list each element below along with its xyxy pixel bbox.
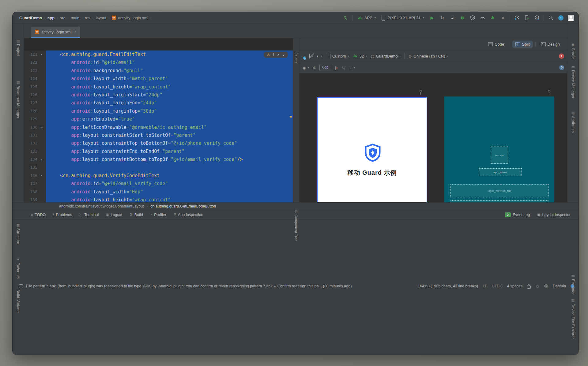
code-line[interactable]: 129 app:errorEnabled="true": [24, 115, 293, 123]
build-hammer-icon[interactable]: [342, 14, 349, 21]
default-margins[interactable]: 0dp: [319, 65, 331, 70]
device-select[interactable]: Custom▾: [330, 54, 349, 58]
line-ending[interactable]: LF: [483, 284, 487, 288]
xml-breadcrumb-item[interactable]: androidx.constraintlayout.widget.Constra…: [59, 204, 144, 208]
code-line[interactable]: 131 app:layout_constraintStart_toStartOf…: [24, 131, 293, 139]
breadcrumb-item-activity-login-xml[interactable]: activity_login.xml: [118, 16, 148, 20]
error-stripe[interactable]: [289, 50, 293, 202]
design-surface-select[interactable]: ▾: [303, 55, 306, 58]
form-field-person-0[interactable]: [318, 198, 427, 202]
api-version-select[interactable]: 32▾: [353, 54, 367, 58]
blueprint-box-account[interactable]: account: [450, 200, 548, 202]
code-line[interactable]: 122 android:id="@+id/email": [24, 58, 293, 66]
sidebar-item-attributes[interactable]: ▤Attributes: [567, 111, 579, 133]
toolwindow-app-inspection[interactable]: ⚲App Inspection: [174, 213, 203, 217]
night-mode-select[interactable]: ◐▾: [317, 54, 322, 58]
apply-code-changes-icon[interactable]: ≡: [449, 14, 456, 21]
design-canvas[interactable]: 移动 Guard 示例 请输入密码请输入手机号发送验证码请输入邮箱发送验证码 a…: [300, 73, 567, 202]
breadcrumb-item-main[interactable]: main: [71, 16, 79, 20]
sidebar-item-project[interactable]: ▤Project: [13, 39, 24, 56]
mode-split-button[interactable]: Split: [512, 41, 533, 48]
avatar[interactable]: [567, 14, 574, 21]
breadcrumb-item-guarddemo[interactable]: GuardDemo: [19, 16, 42, 20]
code-line[interactable]: 127 android:layout_marginEnd="24dp": [24, 99, 293, 107]
breadcrumb-item-layout[interactable]: layout: [96, 16, 106, 20]
close-tab-icon[interactable]: ×: [74, 30, 76, 34]
updates-icon[interactable]: ↑: [557, 14, 564, 21]
breadcrumb-item-res[interactable]: res: [85, 16, 90, 20]
sidebar-item-device-manager[interactable]: ▭Device Manager: [567, 65, 579, 99]
autoconnect-toggle[interactable]: ⊄: [313, 65, 316, 70]
code-line[interactable]: 124 android:layout_width="match_parent": [24, 75, 293, 83]
search-everywhere-icon[interactable]: [547, 14, 554, 21]
orientation-select[interactable]: ▾: [309, 54, 313, 58]
theme-name[interactable]: Darcula: [553, 284, 566, 288]
code-line[interactable]: 125 android:layout_height="wrap_content": [24, 83, 293, 91]
sidebar-item-emulator[interactable]: ▭Emulator: [567, 274, 579, 295]
run-with-coverage-icon[interactable]: [469, 14, 476, 21]
run-icon[interactable]: ▶: [429, 14, 435, 21]
device-manager-icon[interactable]: [523, 14, 530, 21]
view-options[interactable]: ◉▾: [303, 65, 309, 70]
code-line[interactable]: 134▴ app:layout_constraintBottom_toTopOf…: [24, 155, 293, 163]
debug-icon[interactable]: [459, 14, 466, 21]
app-theme-select[interactable]: ◎GuardDemo▾: [371, 54, 401, 58]
sad-face-icon[interactable]: ☹: [544, 284, 548, 289]
prev-issue-icon[interactable]: ∧: [277, 53, 280, 57]
design-preview-phone[interactable]: 移动 Guard 示例 请输入密码请输入手机号发送验证码请输入邮箱发送验证码: [317, 97, 427, 202]
happy-face-icon[interactable]: ☺: [535, 284, 539, 289]
blueprint-phone[interactable]: app_logoapp_namelogin_method_tabaccountp…: [444, 96, 554, 202]
status-message[interactable]: File pattern '*.apk' (from 'bundled' plu…: [26, 284, 352, 288]
help-icon[interactable]: ?: [559, 65, 564, 70]
caret-position[interactable]: 164:63 (1985 chars, 43 line breaks): [418, 284, 478, 288]
toolwindow-todo[interactable]: ≡TODO: [31, 213, 46, 217]
tab-palette[interactable]: Palette: [293, 52, 299, 64]
stop-icon[interactable]: ■: [499, 14, 506, 21]
toolwindow-terminal[interactable]: 〉_Terminal: [79, 213, 99, 217]
xml-breadcrumb-item[interactable]: cn.authing.guard.GetEmailCodeButton: [150, 204, 216, 208]
code-line[interactable]: 132 app:layout_constraintTop_toBottomOf=…: [24, 139, 293, 147]
clear-constraints[interactable]: ʃ✕: [335, 65, 338, 70]
code-editor[interactable]: 121▾ <cn.authing.guard.EmailEditText122 …: [24, 38, 293, 202]
tab-component-tree[interactable]: ◎Component Tree: [293, 210, 299, 241]
toolwindow-logcat[interactable]: ≣Logcat: [106, 213, 122, 217]
sidebar-item-device-file-explorer[interactable]: ▥Device File Explorer: [567, 299, 579, 339]
sdk-manager-icon[interactable]: [533, 14, 540, 21]
toolwindow-problems[interactable]: !Problems: [53, 213, 72, 217]
infer-constraints[interactable]: ⤡˙: [342, 65, 346, 70]
code-line[interactable]: 123 android:background="@null": [24, 67, 293, 75]
next-issue-icon[interactable]: ∨: [282, 53, 285, 57]
toolwindow-profiler[interactable]: ◔Profiler: [150, 213, 166, 217]
apply-changes-icon[interactable]: ↻: [439, 14, 446, 21]
inspection-widget[interactable]: ⚠ 1 ∧ ∨: [264, 52, 288, 58]
issue-count-badge[interactable]: 1: [559, 54, 564, 59]
file-encoding[interactable]: UTF-8: [492, 284, 503, 288]
code-line[interactable]: 137 android:id="@+id/email_verify_code": [24, 180, 293, 188]
code-line[interactable]: 135: [24, 163, 293, 171]
blueprint-box-app_logo[interactable]: app_logo: [491, 147, 508, 164]
sidebar-item-resource-manager[interactable]: ▧Resource Manager: [13, 80, 24, 118]
gradle-sync-icon[interactable]: [513, 14, 520, 21]
mode-design-button[interactable]: Design: [538, 41, 563, 48]
readonly-lock-icon[interactable]: [527, 286, 531, 289]
code-line[interactable]: 138 android:layout_width="0dp": [24, 188, 293, 196]
toolwindow-layout-inspector[interactable]: ▣Layout Inspector: [537, 213, 571, 217]
code-line[interactable]: 130✉ app:leftIconDrawable="@drawable/ic_…: [24, 123, 293, 131]
blueprint-box-login_method_tab[interactable]: login_method_tab: [450, 184, 548, 197]
attach-debugger-icon[interactable]: ✱: [489, 14, 496, 21]
target-device-select[interactable]: PIXEL 3 XL API 31▾: [380, 14, 425, 21]
indent-setting[interactable]: 4 spaces: [507, 284, 522, 288]
sidebar-item-build-variants[interactable]: Build Variants: [13, 289, 24, 314]
locale-select[interactable]: ⊕Chinese (zh / CN)▾: [408, 54, 448, 58]
sidebar-item-favorites[interactable]: ★Favorites: [13, 258, 24, 279]
breadcrumb-item-app[interactable]: app: [47, 16, 55, 20]
code-line[interactable]: 121▾ <cn.authing.guard.EmailEditText: [24, 50, 293, 58]
code-line[interactable]: 136▾ <cn.authing.guard.VerifyCodeEditTex…: [24, 172, 293, 180]
notification-icon[interactable]: [19, 284, 23, 288]
tab-activity-login-xml[interactable]: <> activity_login.xml ×: [31, 27, 80, 38]
warning-stripe-mark[interactable]: [290, 116, 292, 118]
mode-code-button[interactable]: Code: [485, 41, 507, 48]
toolwindow-event-log[interactable]: 2Event Log: [505, 212, 530, 217]
breadcrumb-item-src[interactable]: src: [60, 16, 65, 20]
run-configuration-select[interactable]: APP▾: [356, 15, 377, 21]
